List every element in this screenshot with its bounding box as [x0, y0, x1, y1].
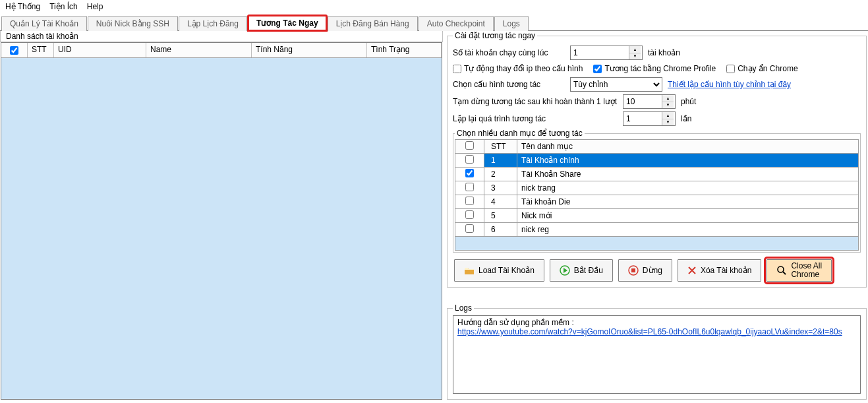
spin-up-icon[interactable]: ▲: [662, 112, 674, 119]
delete-button-label: Xóa Tài khoản: [701, 266, 752, 275]
table-row[interactable]: 5Nick mới: [455, 209, 859, 223]
col-name[interactable]: Name: [146, 43, 252, 57]
col-uid[interactable]: UID: [54, 43, 146, 57]
spin-down-icon[interactable]: ▼: [629, 53, 641, 60]
svg-point-3: [778, 266, 784, 272]
row-checkbox[interactable]: [465, 169, 474, 177]
col-status[interactable]: Tình Trạng: [367, 43, 442, 57]
config-link[interactable]: Thiết lập cấu hình tùy chỉnh tại đây: [668, 80, 791, 89]
stop-button-label: Dừng: [643, 266, 662, 275]
table-row[interactable]: 1Tài Khoản chính: [455, 154, 859, 168]
spin-up-icon[interactable]: ▲: [629, 46, 641, 53]
tab-interact-now[interactable]: Tương Tác Ngay: [248, 15, 327, 31]
repeat-spinner[interactable]: ▲ ▼: [623, 111, 676, 126]
concurrent-spinner[interactable]: ▲ ▼: [570, 46, 643, 60]
checkbox-chrome-profile-input[interactable]: [593, 65, 602, 73]
logs-intro: Hướng dẫn sử dụng phần mềm :: [457, 318, 856, 327]
checkbox-hidden-chrome-input[interactable]: [726, 65, 735, 73]
close-all-label: Close All Chrome: [791, 262, 822, 279]
label-config: Chọn cấu hình tương tác: [453, 80, 565, 89]
settings-panel: Cài đặt tương tác ngay Số tài khoản chạy…: [443, 31, 868, 400]
unit-concurrent: tài khoản: [648, 48, 680, 57]
col-checkbox[interactable]: [1, 43, 28, 57]
account-table-header: STT UID Name Tính Năng Tình Trạng: [1, 43, 442, 58]
menubar: Hệ Thống Tiện Ích Help: [0, 0, 868, 13]
select-all-checkbox[interactable]: [10, 46, 18, 55]
label-concurrent: Số tài khoản chạy cùng lúc: [453, 48, 565, 57]
menu-help[interactable]: Help: [87, 2, 103, 11]
row-stt: 1: [484, 154, 517, 168]
concurrent-input[interactable]: [571, 46, 629, 59]
row-checkbox[interactable]: [465, 224, 474, 233]
start-button[interactable]: Bắt Đầu: [550, 259, 613, 282]
tab-ssh[interactable]: Nuôi Nick Bằng SSH: [88, 16, 178, 31]
cat-col-name[interactable]: Tên danh mục: [517, 140, 859, 154]
config-select[interactable]: Tùy chỉnh: [570, 77, 662, 92]
menu-system[interactable]: Hệ Thống: [5, 2, 40, 11]
load-button-label: Load Tài Khoản: [478, 266, 535, 275]
magnifier-icon: [776, 265, 787, 276]
checkbox-chrome-profile[interactable]: Tương tác bằng Chrome Profile: [593, 64, 716, 73]
label-pause: Tạm dừng tương tác sau khi hoàn thành 1 …: [453, 97, 618, 106]
tab-accounts[interactable]: Quản Lý Tài Khoản: [1, 16, 87, 31]
checkbox-autoip-input[interactable]: [453, 65, 461, 73]
tab-sale-schedule[interactable]: Lịch Đăng Bán Hàng: [328, 16, 418, 31]
categories-legend: Chọn nhiều danh mục để tương tác: [455, 129, 585, 138]
interact-settings-group: Cài đặt tương tác ngay Số tài khoản chạy…: [447, 31, 867, 288]
row-stt: 6: [484, 223, 517, 237]
account-table[interactable]: STT UID Name Tính Năng Tình Trạng: [1, 42, 442, 400]
spin-down-icon[interactable]: ▼: [662, 119, 674, 126]
unit-pause: phút: [681, 97, 696, 106]
row-stt: 3: [484, 181, 517, 195]
menu-utilities[interactable]: Tiện Ích: [49, 2, 78, 11]
tab-checkpoint[interactable]: Auto Checkpoint: [419, 16, 494, 31]
pause-input[interactable]: [623, 95, 662, 108]
logs-url-link[interactable]: https://www.youtube.com/watch?v=kjGomoIO…: [457, 327, 842, 336]
table-row[interactable]: 6nick reg: [455, 223, 859, 237]
tab-schedule[interactable]: Lập Lịch Đăng: [179, 16, 247, 31]
logs-textbox[interactable]: Hướng dẫn sử dụng phần mềm : https://www…: [453, 315, 861, 394]
cat-select-all[interactable]: [465, 141, 474, 150]
row-name: Tài khoản Die: [517, 195, 859, 209]
close-all-chrome-button[interactable]: Close All Chrome: [767, 259, 832, 282]
row-checkbox[interactable]: [465, 155, 474, 164]
delete-account-button[interactable]: Xóa Tài khoản: [678, 259, 762, 282]
stop-icon: [628, 265, 639, 276]
delete-x-icon: [687, 266, 697, 275]
category-table[interactable]: STT Tên danh mục 1Tài Khoản chính2Tài Kh…: [455, 139, 859, 251]
row-checkbox[interactable]: [465, 183, 474, 191]
cat-col-check[interactable]: [455, 140, 484, 154]
table-row[interactable]: 3nick trang: [455, 181, 859, 195]
start-button-label: Bắt Đầu: [574, 266, 603, 275]
col-stt[interactable]: STT: [28, 43, 54, 57]
stop-button[interactable]: Dừng: [618, 259, 672, 282]
row-checkbox[interactable]: [465, 210, 474, 219]
checkbox-autoip-label: Tự động thay đổi ip theo cấu hình: [464, 64, 583, 73]
row-name: Tài Khoản Share: [517, 168, 859, 181]
row-name: nick trang: [517, 181, 859, 195]
table-row[interactable]: 2Tài Khoản Share: [455, 168, 859, 181]
row-checkbox[interactable]: [465, 197, 474, 205]
spin-up-icon[interactable]: ▲: [662, 95, 674, 102]
row-stt: 5: [484, 209, 517, 223]
label-repeat: Lặp lại quá trình tương tác: [453, 114, 618, 123]
table-row[interactable]: 4Tài khoản Die: [455, 195, 859, 209]
tab-logs[interactable]: Logs: [494, 16, 529, 31]
load-accounts-button[interactable]: Load Tài Khoản: [454, 259, 544, 282]
spin-down-icon[interactable]: ▼: [662, 102, 674, 109]
logs-legend: Logs: [453, 303, 474, 313]
account-list-legend: Danh sách tài khoản: [0, 31, 443, 42]
checkbox-hidden-chrome[interactable]: Chạy ẩn Chrome: [726, 64, 797, 73]
checkbox-chrome-profile-label: Tương tác bằng Chrome Profile: [604, 64, 716, 73]
pause-spinner[interactable]: ▲ ▼: [623, 94, 676, 109]
action-buttons: Load Tài Khoản Bắt Đầu Dừng: [453, 259, 861, 282]
folder-icon: [464, 266, 475, 275]
repeat-input[interactable]: [623, 112, 662, 125]
checkbox-autoip[interactable]: Tự động thay đổi ip theo cấu hình: [453, 64, 583, 73]
col-feat[interactable]: Tính Năng: [252, 43, 367, 57]
main-tabs: Quản Lý Tài Khoản Nuôi Nick Bằng SSH Lập…: [0, 15, 868, 31]
cat-col-stt[interactable]: STT: [484, 140, 517, 154]
row-stt: 4: [484, 195, 517, 209]
settings-legend: Cài đặt tương tác ngay: [453, 31, 537, 40]
checkbox-hidden-chrome-label: Chạy ẩn Chrome: [738, 64, 797, 73]
